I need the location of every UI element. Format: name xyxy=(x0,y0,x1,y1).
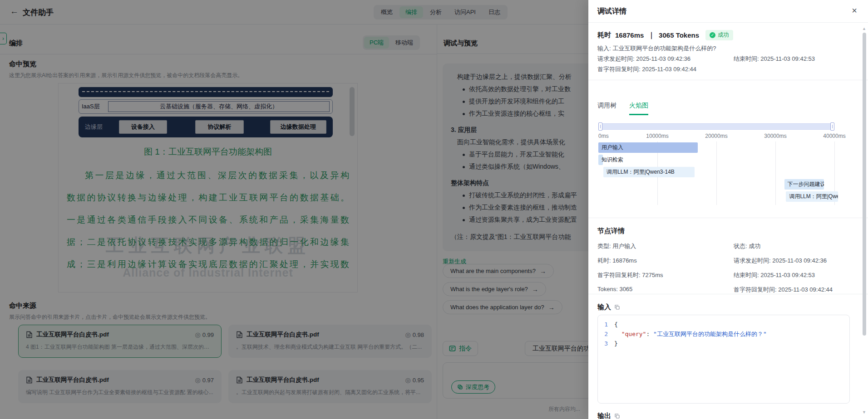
summary-line: 耗时 16876ms ｜ 3065 Tokens ✓ 成功 xyxy=(597,30,733,40)
code-token: "工业互联网平台的功能架构是什么样的？" xyxy=(653,331,767,337)
divider xyxy=(588,218,868,218)
trace-tabs: 调用树火焰图 xyxy=(597,102,648,115)
summary-request-time: 请求发起时间: 2025-11-03 09:42:36 xyxy=(597,55,690,63)
timeline-range-slider[interactable] xyxy=(598,123,834,130)
check-circle-icon: ✓ xyxy=(710,32,715,38)
axis-tick-label: 20000ms xyxy=(705,133,727,139)
node-details-title: 节点详情 xyxy=(597,227,625,235)
node-detail-field: 结束时间: 2025-11-03 09:42:53 xyxy=(734,271,856,279)
code-line-content: "query": "工业互联网平台的功能架构是什么样的？" xyxy=(614,329,767,339)
code-line-number: 2 xyxy=(598,329,614,339)
code-line: 2 "query": "工业互联网平台的功能架构是什么样的？" xyxy=(598,329,849,339)
status-badge: ✓ 成功 xyxy=(705,30,733,40)
gridline xyxy=(775,141,776,205)
flame-span[interactable]: 调用LLM：阿里|Qwen3-14B xyxy=(603,167,695,177)
copy-icon[interactable] xyxy=(614,304,620,310)
node-detail-field: 类型: 用户输入 xyxy=(597,242,734,250)
scrollbar-up-icon[interactable]: ▲ xyxy=(862,26,866,31)
code-line: 1{ xyxy=(598,320,849,329)
node-detail-row: 类型: 用户输入状态: 成功 xyxy=(597,242,856,250)
code-line-content: } xyxy=(614,339,618,348)
trace-tab-调用树[interactable]: 调用树 xyxy=(597,102,616,115)
input-section-title: 输入 xyxy=(597,303,611,312)
node-details-grid: 类型: 用户输入状态: 成功耗时: 16876ms请求发起时间: 2025-11… xyxy=(597,242,856,300)
duration-label: 耗时 xyxy=(597,31,611,39)
flame-chart: 用户输入知识检索调用LLM：阿里|Qwen3-14B下一步问题建议调用LLM：阿… xyxy=(588,141,868,205)
flame-span[interactable]: 下一步问题建议 xyxy=(784,179,824,190)
duration-value: 16876ms xyxy=(615,31,644,39)
summary-first-char-time: 首字符回复时间: 2025-11-03 09:42:44 xyxy=(597,65,696,73)
status-label: 成功 xyxy=(718,31,729,39)
copy-icon[interactable] xyxy=(614,413,620,419)
node-detail-row: Tokens: 3065首字符回复时间: 2025-11-03 09:42:44 xyxy=(597,286,856,294)
node-detail-field: 耗时: 16876ms xyxy=(597,257,734,265)
input-json-code: 1{2 "query": "工业互联网平台的功能架构是什么样的？"3} xyxy=(597,315,850,404)
drawer-header: 调试详情 × xyxy=(588,0,868,23)
flame-span-label: 知识检索 xyxy=(598,156,623,163)
node-detail-field: Tokens: 3065 xyxy=(597,286,734,294)
node-detail-field: 首字符回复耗时: 7275ms xyxy=(597,271,734,279)
axis-tick-label: 30000ms xyxy=(764,133,786,139)
output-section-header: 输出 xyxy=(597,412,620,419)
axis-tick-label: 0ms xyxy=(598,133,609,139)
code-line-number: 1 xyxy=(598,320,614,329)
debug-details-drawer: 调试详情 × 耗时 16876ms ｜ 3065 Tokens ✓ 成功 输入:… xyxy=(588,0,868,419)
drawer-title: 调试详情 xyxy=(597,7,626,16)
divider xyxy=(588,294,868,294)
gridline xyxy=(716,141,717,205)
separator: ｜ xyxy=(648,31,655,39)
app-root: ← 文件助手 概览编排分析访问API日志 编排 PC端移动端 › 命中预览 这里… xyxy=(0,0,868,419)
code-token: : xyxy=(646,331,653,337)
node-detail-field: 请求发起时间: 2025-11-03 09:42:36 xyxy=(734,257,856,265)
flame-span[interactable]: 知识检索 xyxy=(598,155,662,165)
code-token: "query" xyxy=(621,331,646,337)
flame-span[interactable]: 调用LLM：阿里|Qwen3 xyxy=(786,191,838,202)
node-detail-row: 耗时: 16876ms请求发起时间: 2025-11-03 09:42:36 xyxy=(597,257,856,265)
code-token xyxy=(614,331,621,337)
summary-end-time: 结束时间: 2025-11-03 09:42:53 xyxy=(734,55,815,63)
drawer-scrollbar[interactable] xyxy=(863,33,866,336)
node-detail-row: 首字符回复耗时: 7275ms结束时间: 2025-11-03 09:42:53 xyxy=(597,271,856,279)
scrollbar-down-icon[interactable]: ▼ xyxy=(862,410,866,414)
summary-input: 输入: 工业互联网平台的功能架构是什么样的? xyxy=(597,44,716,53)
slider-handle-right[interactable] xyxy=(830,122,834,131)
input-section-header: 输入 xyxy=(597,303,620,312)
flame-span[interactable]: 用户输入 xyxy=(598,142,698,153)
code-token: } xyxy=(614,340,618,347)
output-section-title: 输出 xyxy=(597,412,611,419)
divider xyxy=(588,80,868,80)
axis-tick-label: 10000ms xyxy=(646,133,668,139)
code-token: { xyxy=(614,321,618,328)
code-line-content: { xyxy=(614,320,618,329)
flame-axis: 0ms10000ms20000ms30000ms40000ms xyxy=(588,133,868,139)
code-line-number: 3 xyxy=(598,339,614,348)
close-icon[interactable]: × xyxy=(852,5,857,16)
slider-handle-left[interactable] xyxy=(598,122,602,131)
axis-tick-label: 40000ms xyxy=(823,133,845,139)
tokens-value: 3065 Tokens xyxy=(659,31,699,39)
code-line: 3} xyxy=(598,339,849,348)
node-detail-field: 首字符回复时间: 2025-11-03 09:42:44 xyxy=(734,286,856,294)
trace-tab-火焰图[interactable]: 火焰图 xyxy=(629,102,648,115)
node-detail-field: 状态: 成功 xyxy=(734,242,856,250)
